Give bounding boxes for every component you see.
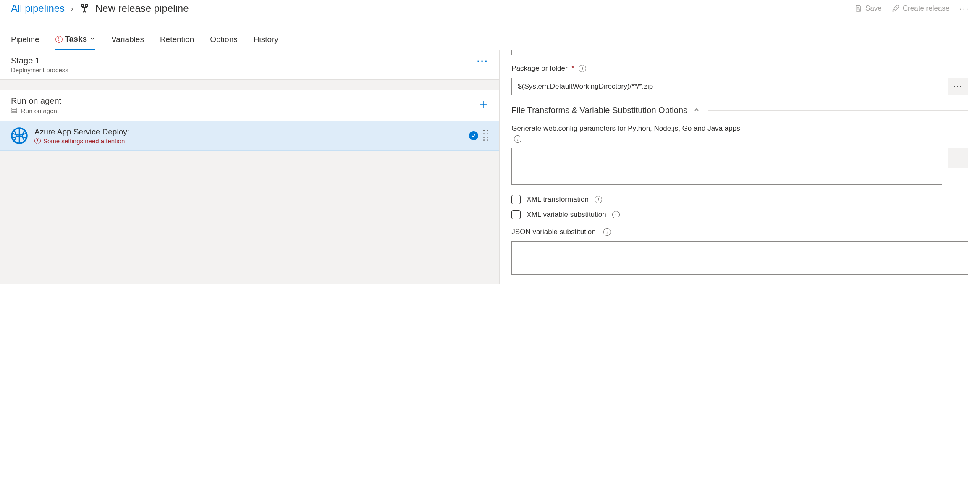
more-actions-button[interactable]: ···: [959, 4, 969, 13]
svg-rect-0: [81, 5, 83, 6]
svg-point-2: [896, 7, 897, 8]
svg-rect-4: [12, 110, 17, 111]
save-label: Save: [865, 4, 882, 13]
agent-icon: [11, 107, 18, 115]
agent-subtitle: Run on agent: [21, 107, 59, 114]
tab-pipeline[interactable]: Pipeline: [11, 31, 39, 50]
info-icon[interactable]: i: [595, 196, 602, 203]
breadcrumb-all-pipelines[interactable]: All pipelines: [11, 3, 65, 14]
tab-bar: Pipeline ! Tasks Variables Retention Opt…: [0, 31, 980, 50]
stage-subtitle: Deployment process: [11, 66, 68, 74]
webconfig-input[interactable]: [511, 148, 942, 185]
info-icon[interactable]: i: [579, 65, 586, 72]
tab-retention[interactable]: Retention: [160, 31, 194, 50]
alert-icon: !: [55, 36, 63, 43]
task-row-app-service-deploy[interactable]: Azure App Service Deploy: ! Some setting…: [0, 121, 499, 151]
webconfig-more-button[interactable]: ···: [948, 148, 968, 168]
svg-rect-3: [12, 108, 17, 109]
stage-row[interactable]: Stage 1 Deployment process ···: [0, 50, 499, 80]
pipeline-icon: [79, 3, 89, 13]
info-icon[interactable]: i: [603, 228, 611, 236]
agent-title: Run on agent: [11, 96, 61, 106]
svg-rect-1: [86, 5, 87, 6]
agent-row[interactable]: Run on agent Run on agent: [0, 90, 499, 121]
create-release-button[interactable]: Create release: [892, 4, 950, 13]
drag-handle-icon[interactable]: [483, 130, 488, 142]
chevron-right-icon: ›: [71, 4, 73, 13]
task-title: Azure App Service Deploy:: [34, 127, 462, 137]
tab-variables[interactable]: Variables: [111, 31, 144, 50]
azure-app-service-icon: [11, 127, 28, 144]
breadcrumb: All pipelines › New release pipeline: [11, 3, 189, 14]
add-task-button[interactable]: [478, 100, 488, 111]
webconfig-label: Generate web.config parameters for Pytho…: [511, 124, 740, 133]
alert-icon: !: [34, 138, 41, 144]
xml-transformation-checkbox[interactable]: [511, 195, 521, 204]
task-warning-text: Some settings need attention: [43, 137, 125, 145]
info-icon[interactable]: i: [514, 135, 521, 143]
package-label: Package or folder: [511, 64, 567, 73]
xml-varsub-label: XML variable substitution: [527, 211, 606, 219]
previous-field-fragment: [511, 50, 968, 55]
tab-options[interactable]: Options: [210, 31, 237, 50]
rocket-icon: [892, 5, 899, 12]
save-icon: [854, 5, 862, 12]
xml-varsub-checkbox[interactable]: [511, 210, 521, 219]
package-input[interactable]: [511, 78, 942, 95]
browse-button[interactable]: ···: [948, 78, 968, 95]
json-varsub-label: JSON variable substitution: [511, 228, 595, 236]
xml-transformation-label: XML transformation: [527, 195, 589, 204]
enabled-check-icon: [469, 131, 478, 140]
stage-more-button[interactable]: ···: [477, 56, 488, 67]
svg-rect-5: [12, 112, 17, 113]
required-asterisk: *: [572, 64, 575, 73]
json-varsub-input[interactable]: [511, 241, 968, 275]
chevron-up-icon[interactable]: [693, 105, 700, 115]
tab-tasks-label: Tasks: [65, 34, 87, 44]
save-button[interactable]: Save: [854, 4, 882, 13]
tab-history[interactable]: History: [254, 31, 278, 50]
section-file-transforms-header[interactable]: File Transforms & Variable Substitution …: [511, 105, 687, 115]
info-icon[interactable]: i: [612, 211, 620, 218]
stage-title: Stage 1: [11, 56, 68, 66]
create-release-label: Create release: [903, 4, 950, 13]
tab-tasks[interactable]: ! Tasks: [55, 31, 95, 50]
page-title: New release pipeline: [95, 3, 189, 14]
chevron-down-icon: [89, 34, 95, 44]
